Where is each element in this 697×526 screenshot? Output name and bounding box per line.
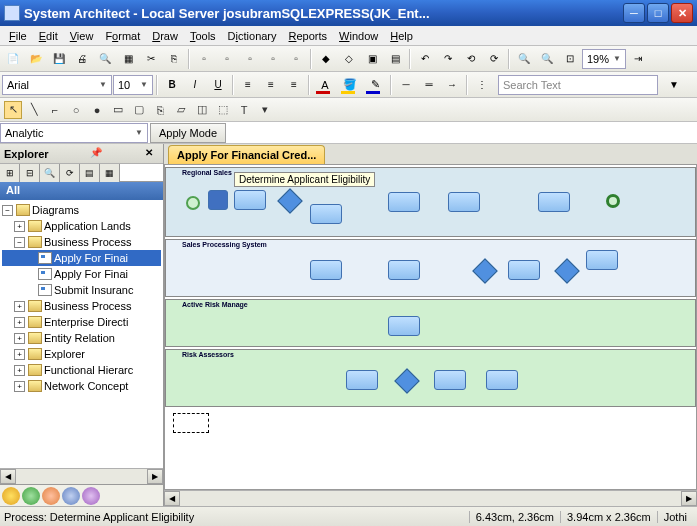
task-box[interactable] — [434, 370, 466, 390]
grid-button[interactable]: ▦ — [117, 48, 139, 70]
underline-button[interactable]: U — [207, 74, 229, 96]
task-box[interactable] — [508, 260, 540, 280]
tool-m[interactable]: ⟳ — [483, 48, 505, 70]
align-left-button[interactable]: ≡ — [237, 74, 259, 96]
tree-item[interactable]: +Business Process — [2, 298, 161, 314]
tool-f[interactable]: ◆ — [315, 48, 337, 70]
shape-line[interactable]: ╲ — [25, 101, 43, 119]
explorer-all-header[interactable]: All — [0, 182, 163, 200]
shape-rrect[interactable]: ▢ — [130, 101, 148, 119]
shape-doc[interactable]: ⎘ — [151, 101, 169, 119]
menu-draw[interactable]: Draw — [147, 28, 183, 44]
tree-item[interactable]: +Functional Hierarc — [2, 362, 161, 378]
canvas-scroll[interactable]: ◀ ▶ — [164, 490, 697, 506]
shape-dot[interactable]: ● — [88, 101, 106, 119]
misc-a[interactable]: ⋮ — [471, 74, 493, 96]
status-icon-2[interactable] — [22, 487, 40, 505]
explorer-tab-6[interactable]: ▦ — [100, 164, 120, 182]
shape-db[interactable]: ⬚ — [214, 101, 232, 119]
task-box[interactable] — [310, 260, 342, 280]
shape-text[interactable]: T — [235, 101, 253, 119]
preview-button[interactable]: 🔍 — [94, 48, 116, 70]
tool-h[interactable]: ▣ — [361, 48, 383, 70]
explorer-tab-2[interactable]: ⊟ — [20, 164, 40, 182]
tree-item[interactable]: +Application Lands — [2, 218, 161, 234]
tool-e[interactable]: ▫ — [285, 48, 307, 70]
gateway[interactable] — [394, 368, 419, 393]
task-box[interactable] — [310, 204, 342, 224]
tool-j[interactable]: ↶ — [414, 48, 436, 70]
save-button[interactable]: 💾 — [48, 48, 70, 70]
selection-box[interactable] — [173, 413, 209, 433]
maximize-button[interactable]: □ — [647, 3, 669, 23]
tool-g[interactable]: ◇ — [338, 48, 360, 70]
mode-select[interactable]: Analytic▼ — [0, 123, 148, 143]
copy-button[interactable]: ⎘ — [163, 48, 185, 70]
scroll-right-button[interactable]: ▶ — [681, 491, 697, 506]
gateway[interactable] — [277, 188, 302, 213]
align-right-button[interactable]: ≡ — [283, 74, 305, 96]
print-button[interactable]: 🖨 — [71, 48, 93, 70]
tree-item[interactable]: +Entity Relation — [2, 330, 161, 346]
document-tab[interactable]: Apply For Financial Cred... — [168, 145, 325, 164]
shape-rect[interactable]: ▭ — [109, 101, 127, 119]
font-name-select[interactable]: Arial▼ — [2, 75, 112, 95]
explorer-scroll[interactable]: ◀▶ — [0, 468, 163, 484]
close-button[interactable]: ✕ — [671, 3, 693, 23]
status-icon-3[interactable] — [42, 487, 60, 505]
new-button[interactable]: 📄 — [2, 48, 24, 70]
shape-conn[interactable]: ⌐ — [46, 101, 64, 119]
zoom-select[interactable]: 19%▼ — [582, 49, 626, 69]
minimize-button[interactable]: ─ — [623, 3, 645, 23]
status-icon-5[interactable] — [82, 487, 100, 505]
tool-l[interactable]: ⟲ — [460, 48, 482, 70]
tree-item[interactable]: +Network Concept — [2, 378, 161, 394]
menu-file[interactable]: File — [4, 28, 32, 44]
menu-window[interactable]: Window — [334, 28, 383, 44]
shape-data[interactable]: ▱ — [172, 101, 190, 119]
menu-help[interactable]: Help — [385, 28, 418, 44]
task-box[interactable] — [208, 190, 228, 210]
zoom-out-button[interactable]: 🔍 — [536, 48, 558, 70]
tree-item[interactable]: +Enterprise Directi — [2, 314, 161, 330]
font-color-button[interactable]: A — [313, 74, 337, 96]
task-box[interactable] — [538, 192, 570, 212]
search-dropdown[interactable]: ▼ — [663, 74, 685, 96]
tree-item[interactable]: +Explorer — [2, 346, 161, 362]
gateway[interactable] — [554, 258, 579, 283]
arrow-button[interactable]: → — [441, 74, 463, 96]
menu-reports[interactable]: Reports — [284, 28, 333, 44]
cut-button[interactable]: ✂ — [140, 48, 162, 70]
start-event[interactable] — [186, 196, 200, 210]
apply-mode-button[interactable]: Apply Mode — [150, 123, 226, 143]
menu-tools[interactable]: Tools — [185, 28, 221, 44]
tool-k[interactable]: ↷ — [437, 48, 459, 70]
tool-a[interactable]: ▫ — [193, 48, 215, 70]
line-style-button[interactable]: ─ — [395, 74, 417, 96]
pointer-tool[interactable]: ↖ — [4, 101, 22, 119]
font-size-select[interactable]: 10▼ — [113, 75, 153, 95]
status-icon-4[interactable] — [62, 487, 80, 505]
tree-item[interactable]: Apply For Finai — [2, 266, 161, 282]
task-box[interactable] — [388, 316, 420, 336]
menu-view[interactable]: View — [65, 28, 99, 44]
tool-b[interactable]: ▫ — [216, 48, 238, 70]
scroll-left-button[interactable]: ◀ — [164, 491, 180, 506]
tool-c[interactable]: ▫ — [239, 48, 261, 70]
zoom-in-button[interactable]: 🔍 — [513, 48, 535, 70]
task-box[interactable] — [448, 192, 480, 212]
line-color-button[interactable]: ✎ — [363, 74, 387, 96]
menu-format[interactable]: Format — [100, 28, 145, 44]
shape-more[interactable]: ▾ — [256, 101, 274, 119]
tool-n[interactable]: ⇥ — [627, 48, 649, 70]
tree-item[interactable]: Submit Insuranc — [2, 282, 161, 298]
open-button[interactable]: 📂 — [25, 48, 47, 70]
align-center-button[interactable]: ≡ — [260, 74, 282, 96]
task-box[interactable] — [486, 370, 518, 390]
task-box[interactable] — [388, 260, 420, 280]
end-event[interactable] — [606, 194, 620, 208]
tool-d[interactable]: ▫ — [262, 48, 284, 70]
task-box[interactable] — [346, 370, 378, 390]
diagram-canvas[interactable]: Regional Sales Determine Applicant Eligi… — [164, 164, 697, 490]
pin-icon[interactable]: 📌 — [90, 147, 104, 161]
